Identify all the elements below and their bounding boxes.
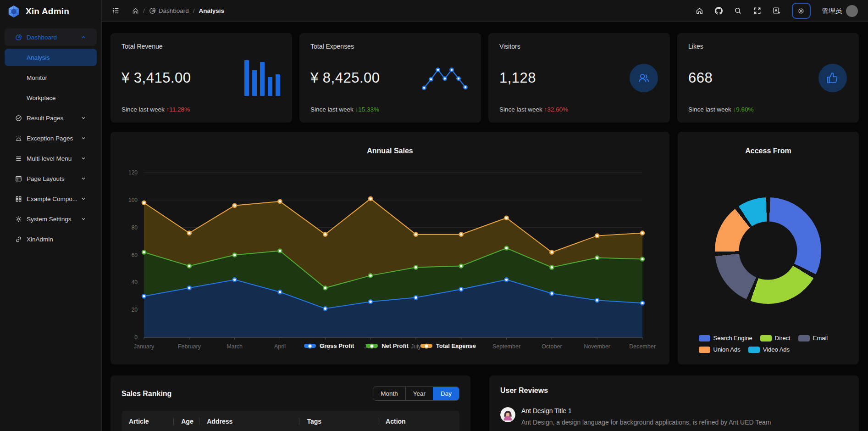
chevron-down-icon [81, 115, 86, 121]
sidebar-item-label: Dashboard [27, 34, 57, 41]
pie-chart-icon [15, 34, 22, 41]
breadcrumb-item-dashboard[interactable]: Dashboard [149, 7, 189, 14]
column-header-address: Address [199, 418, 299, 425]
logo-row[interactable]: Xin Admin [5, 0, 97, 23]
user-menu[interactable]: 管理员 [822, 5, 858, 17]
svg-text:November: November [584, 343, 610, 350]
stat-value: ¥ 3,415.00 [122, 70, 191, 86]
user-reviews-card: User Reviews Ant Design Title 1Ant Desig… [489, 375, 859, 431]
stat-label: Total Revenue [122, 43, 281, 50]
home-icon[interactable] [696, 7, 703, 15]
svg-text:20: 20 [132, 307, 138, 313]
column-header-tags: Tags [299, 418, 378, 425]
svg-text:May: May [320, 343, 331, 350]
bottom-row: Sales Ranking MonthYearDay ArticleAgeAdd… [111, 375, 859, 431]
translate-icon[interactable] [773, 7, 780, 15]
toggle-day-button[interactable]: Day [433, 387, 459, 400]
app-logo-icon [7, 5, 21, 18]
search-icon[interactable] [734, 7, 742, 15]
sidebar-item-dashboard[interactable]: Dashboard [5, 28, 97, 46]
setting-icon [15, 216, 22, 223]
review-title: Ant Design Title 1 [521, 407, 771, 414]
column-header-age: Age [174, 418, 199, 425]
sidebar-item-label: Multi-level Menu [27, 155, 72, 162]
top-header: /Dashboard/Analysis 管理员 [102, 0, 868, 22]
sidebar-item-label: Example Compo... [27, 196, 77, 202]
legend-item-union-ads[interactable]: Union Ads [699, 346, 741, 353]
stat-note: Since last week ↓9.60% [688, 106, 848, 113]
mini-line-chart [420, 62, 469, 95]
chevron-down-icon [81, 176, 86, 181]
menu-fold-icon[interactable] [112, 7, 120, 15]
stat-change: ↑32.60% [544, 106, 569, 113]
svg-text:120: 120 [128, 169, 138, 176]
app-title: Xin Admin [26, 6, 69, 17]
sidebar-item-multi-level-menu[interactable]: Multi-level Menu [5, 150, 97, 167]
setting-icon [797, 7, 805, 15]
period-segmented-control: MonthYearDay [373, 386, 459, 401]
breadcrumb-item-home[interactable] [132, 7, 139, 14]
toggle-month-button[interactable]: Month [373, 387, 405, 400]
stat-change: ↓9.60% [733, 106, 754, 113]
svg-text:September: September [492, 343, 520, 350]
svg-text:February: February [178, 343, 201, 350]
stat-value: 1,128 [499, 70, 536, 86]
stat-change: ↓15.33% [355, 106, 380, 113]
main-content: Total Revenue¥ 3,415.00Since last week ↑… [102, 22, 868, 431]
column-header-article: Article [122, 418, 174, 425]
like-icon [826, 71, 840, 85]
sidebar-item-exception-pages[interactable]: Exception Pages [5, 129, 97, 147]
stat-card-visitors: Visitors1,128Since last week ↑32.60% [488, 33, 670, 123]
svg-text:100: 100 [128, 197, 138, 203]
ranking-table-header: ArticleAgeAddressTagsAction [122, 411, 459, 431]
home-icon [132, 7, 139, 14]
like-badge [818, 64, 847, 92]
sidebar-item-workplace[interactable]: Workplace [5, 89, 97, 106]
annual-sales-plot: 020406080100120JanuaryFebruaryMarchApril… [111, 132, 669, 364]
toggle-year-button[interactable]: Year [405, 387, 433, 400]
sidebar-item-label: Exception Pages [27, 135, 73, 142]
legend-item-video-ads[interactable]: Video Ads [748, 346, 790, 353]
legend-chip [748, 347, 760, 353]
breadcrumb-separator: / [143, 7, 145, 14]
review-description: Ant Design, a design language for backgr… [521, 419, 771, 426]
check-circle-icon [15, 115, 22, 122]
sidebar-item-example-compo[interactable]: Example Compo... [5, 190, 97, 207]
stat-label: Likes [688, 43, 848, 50]
column-header-action: Action [378, 418, 459, 425]
legend-chip [760, 335, 772, 341]
stats-row: Total Revenue¥ 3,415.00Since last week ↑… [111, 33, 859, 123]
sidebar-item-page-layouts[interactable]: Page Layouts [5, 170, 97, 187]
github-icon[interactable] [715, 7, 723, 15]
legend-item-search-engine[interactable]: Search Engine [699, 335, 752, 341]
stat-card-total-revenue: Total Revenue¥ 3,415.00Since last week ↑… [111, 33, 292, 123]
svg-text:60: 60 [132, 252, 138, 258]
layout-icon [15, 175, 22, 182]
svg-text:December: December [629, 343, 656, 350]
legend-item-direct[interactable]: Direct [760, 335, 791, 341]
sidebar-item-analysis[interactable]: Analysis [5, 49, 97, 66]
svg-text:August: August [452, 343, 470, 350]
svg-text:January: January [134, 343, 155, 350]
pie-chart-icon [149, 7, 156, 14]
reviewer-avatar [500, 407, 515, 422]
settings-button[interactable] [792, 3, 811, 19]
avatar [846, 5, 858, 17]
sales-ranking-card: Sales Ranking MonthYearDay ArticleAgeAdd… [111, 375, 470, 431]
access-from-donut [715, 197, 821, 304]
sidebar-item-system-settings[interactable]: System Settings [5, 210, 97, 228]
svg-text:0: 0 [134, 334, 138, 341]
stat-note: Since last week ↑11.28% [122, 106, 281, 113]
sidebar-item-label: System Settings [27, 216, 72, 223]
svg-text:June: June [365, 343, 377, 350]
annual-sales-card: Annual Sales 020406080100120JanuaryFebru… [111, 132, 669, 364]
team-icon [637, 71, 651, 85]
alert-icon [15, 135, 22, 142]
fullscreen-icon[interactable] [753, 7, 761, 15]
charts-row: Annual Sales 020406080100120JanuaryFebru… [111, 132, 859, 364]
sidebar-item-monitor[interactable]: Monitor [5, 69, 97, 86]
breadcrumb-item-analysis[interactable]: Analysis [199, 7, 225, 14]
sidebar-item-result-pages[interactable]: Result Pages [5, 109, 97, 127]
legend-item-email[interactable]: Email [798, 335, 828, 341]
sidebar-item-xinadmin[interactable]: XinAdmin [5, 230, 97, 248]
